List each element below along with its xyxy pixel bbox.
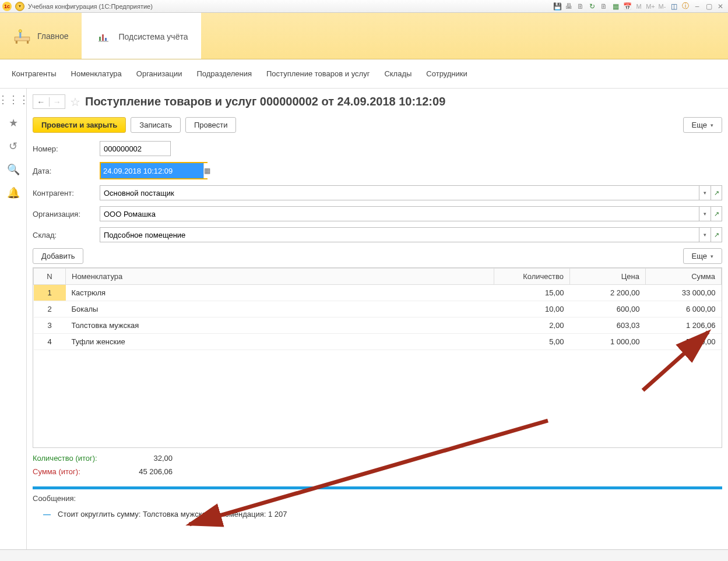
table-row[interactable]: 3Толстовка мужская2,00603,031 206,06	[34, 317, 722, 334]
panels-icon[interactable]: ◫	[669, 1, 679, 12]
document-icon[interactable]: 🗎	[599, 1, 609, 12]
cell-sum: 33 000,00	[646, 285, 722, 301]
preview-icon[interactable]: 🗎	[575, 1, 586, 12]
minimize-icon[interactable]: –	[692, 1, 702, 12]
qty-total-label: Количество (итог):	[33, 454, 126, 463]
subnav-contractors[interactable]: Контрагенты	[12, 69, 57, 78]
col-price[interactable]: Цена	[570, 269, 646, 285]
refresh-icon[interactable]: ↻	[587, 1, 597, 12]
contractor-input[interactable]	[100, 185, 699, 200]
cell-n: 2	[34, 301, 66, 317]
org-label: Организация:	[33, 210, 100, 218]
star-icon[interactable]: ☆	[70, 95, 80, 109]
window-title: Учебная конфигурация (1С:Предприятие)	[28, 3, 153, 10]
items-table: N Номенклатура Количество Цена Сумма 1Ка…	[33, 268, 722, 350]
cell-sum: 5 000,00	[646, 334, 722, 350]
date-input-wrap: ▦	[100, 162, 208, 179]
cell-price: 1 000,00	[570, 334, 646, 350]
subnav-warehouses[interactable]: Склады	[384, 69, 412, 78]
cell-sum: 1 206,06	[646, 317, 722, 334]
chart-icon	[94, 27, 113, 46]
titlebar: 1c ▾ Учебная конфигурация (1С:Предприяти…	[0, 0, 728, 13]
cell-price: 603,03	[570, 317, 646, 334]
table-row[interactable]: 1Кастрюля15,002 200,0033 000,00	[34, 285, 722, 301]
table-more-button[interactable]: Еще	[683, 248, 722, 264]
org-open-icon[interactable]: ↗	[711, 206, 722, 221]
sum-total-label: Сумма (итог):	[33, 467, 126, 476]
titlebar-dropdown-icon[interactable]: ▾	[15, 2, 24, 11]
date-input[interactable]	[101, 163, 203, 178]
m-button[interactable]: M	[634, 3, 644, 10]
post-button[interactable]: Провести	[185, 117, 237, 133]
header-tab-main-label: Главное	[37, 31, 69, 41]
history-icon[interactable]: ↺	[7, 140, 20, 153]
forward-icon[interactable]: →	[50, 97, 65, 107]
search-icon[interactable]: 🔍	[7, 163, 20, 176]
favorite-icon[interactable]: ★	[7, 117, 20, 129]
subnav: Контрагенты Номенклатура Организации Под…	[0, 59, 728, 89]
svg-rect-0	[15, 37, 30, 40]
notifications-icon[interactable]: 🔔	[7, 186, 20, 199]
col-qty[interactable]: Количество	[494, 269, 570, 285]
col-name[interactable]: Номенклатура	[66, 269, 494, 285]
close-icon[interactable]: ✕	[715, 1, 726, 12]
m-minus-button[interactable]: M-	[657, 3, 667, 10]
contractor-dropdown-icon[interactable]: ▾	[699, 185, 711, 200]
cell-name: Толстовка мужская	[66, 317, 494, 334]
message-item[interactable]: — Стоит округлить сумму: Толстовка мужск…	[33, 507, 722, 521]
cell-price: 600,00	[570, 301, 646, 317]
messages-title: Сообщения:	[33, 494, 722, 503]
subnav-nomenclature[interactable]: Номенклатура	[71, 69, 122, 78]
cell-qty: 2,00	[494, 317, 570, 334]
maximize-icon[interactable]: ▢	[704, 1, 714, 12]
contractor-label: Контрагент:	[33, 189, 100, 197]
table-row[interactable]: 4Туфли женские5,001 000,005 000,00	[34, 334, 722, 350]
subnav-organizations[interactable]: Организации	[136, 69, 182, 78]
calendar-icon[interactable]: 📅	[622, 1, 632, 12]
col-sum[interactable]: Сумма	[646, 269, 722, 285]
calc-icon[interactable]: ▦	[610, 1, 621, 12]
apps-icon[interactable]: ⋮⋮⋮	[7, 93, 20, 106]
svg-rect-7	[105, 38, 107, 41]
warehouse-input[interactable]	[100, 227, 699, 242]
header-tab-subsystem[interactable]: Подсистема учёта	[82, 13, 201, 59]
sidebar: ⋮⋮⋮ ★ ↺ 🔍 🔔	[0, 89, 27, 549]
subnav-employees[interactable]: Сотрудники	[426, 69, 467, 78]
cell-n: 4	[34, 334, 66, 350]
post-and-close-button[interactable]: Провести и закрыть	[33, 117, 126, 133]
number-input[interactable]	[100, 141, 171, 156]
logo-1c-icon: 1c	[2, 2, 12, 11]
nav-back-forward[interactable]: ← →	[33, 94, 65, 109]
add-row-button[interactable]: Добавить	[33, 248, 83, 264]
warehouse-dropdown-icon[interactable]: ▾	[699, 227, 711, 242]
header-tab-subsystem-label: Подсистема учёта	[119, 32, 188, 41]
warehouse-open-icon[interactable]: ↗	[711, 227, 722, 242]
cell-name: Кастрюля	[66, 285, 494, 301]
table-row[interactable]: 2Бокалы10,00600,006 000,00	[34, 301, 722, 317]
subnav-receipt[interactable]: Поступление товаров и услуг	[266, 69, 370, 78]
save-icon[interactable]: 💾	[552, 1, 562, 12]
contractor-open-icon[interactable]: ↗	[711, 185, 722, 200]
svg-rect-4	[27, 41, 29, 44]
org-dropdown-icon[interactable]: ▾	[699, 206, 711, 221]
print-icon[interactable]: 🖶	[564, 1, 574, 12]
m-plus-button[interactable]: M+	[645, 3, 656, 10]
cell-n: 1	[34, 285, 66, 301]
cell-n: 3	[34, 317, 66, 334]
sum-total-value: 45 206,06	[126, 467, 173, 476]
col-n[interactable]: N	[34, 269, 66, 285]
warehouse-label: Склад:	[33, 231, 100, 239]
back-icon[interactable]: ←	[33, 97, 50, 107]
qty-total-value: 32,00	[126, 454, 173, 463]
cell-name: Туфли женские	[66, 334, 494, 350]
more-button[interactable]: Еще	[683, 117, 722, 133]
svg-rect-5	[99, 37, 101, 41]
svg-rect-6	[102, 34, 104, 41]
org-input[interactable]	[100, 206, 699, 221]
info-icon[interactable]: ⓘ	[680, 1, 691, 12]
save-button[interactable]: Записать	[131, 117, 181, 133]
desk-icon	[13, 27, 31, 45]
subnav-divisions[interactable]: Подразделения	[196, 69, 252, 78]
header-tab-main[interactable]: Главное	[0, 13, 82, 59]
calendar-picker-icon[interactable]: ▦	[203, 163, 210, 178]
